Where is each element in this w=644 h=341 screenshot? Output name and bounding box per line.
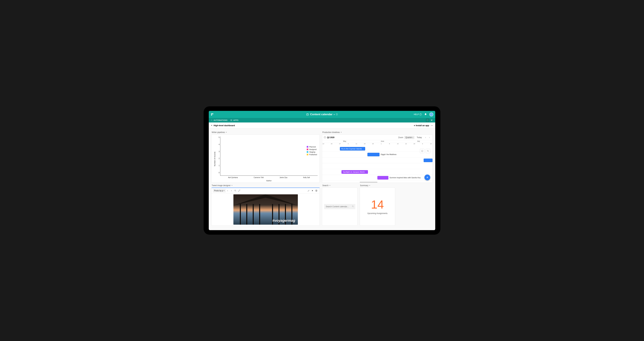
svg-point-15 (352, 206, 353, 207)
timeline-bar[interactable]: Spotlight on Jacques Martin (342, 170, 368, 174)
next-button[interactable]: › (428, 136, 431, 139)
tweet-designer-card: Posts by p ▾ ‹ › (211, 188, 320, 226)
designer-dropdown-label: Posts by p (214, 190, 223, 192)
caret-down-icon: ▾ (224, 190, 224, 191)
more-icon[interactable]: ⋯ (431, 124, 433, 127)
zoom-value: Quarter (406, 136, 412, 139)
svg-rect-0 (306, 114, 308, 115)
timeline-add-fab[interactable]: + (424, 175, 430, 180)
search-icon[interactable] (234, 189, 237, 193)
info-icon[interactable]: ⓘ (336, 113, 338, 116)
install-label: Install an app (416, 124, 429, 127)
timeline-months: MayJuneJuly (322, 140, 432, 143)
timeline-search-button[interactable] (426, 149, 430, 153)
svg-point-10 (427, 150, 428, 151)
svg-point-1 (212, 120, 212, 120)
timeline-days: 132027411182518152229613 (322, 143, 432, 146)
tweet-hashtag: #voyagermag (272, 218, 295, 223)
automations-icon (211, 119, 213, 121)
sub-nav-bar: AUTOMATIONS APPS ✕ (209, 118, 435, 123)
section-writer-pipelines[interactable]: Writer pipelines (211, 130, 320, 134)
top-bar: Content calendar ▾ ⓘ HELP ? (209, 111, 435, 118)
prev-button[interactable]: ‹ (424, 136, 427, 139)
designer-record-select[interactable]: Posts by p ▾ (213, 189, 226, 192)
section-search[interactable]: Search (322, 183, 358, 188)
timeline-scroll-indicator[interactable] (360, 182, 378, 183)
bell-icon[interactable] (424, 113, 427, 116)
section-label: Writer pipelines (212, 131, 225, 133)
automations-button[interactable]: AUTOMATIONS (211, 119, 228, 121)
timeline-range[interactable]: Q2 2020 (327, 136, 334, 139)
svg-rect-7 (232, 120, 232, 121)
summary-label: Upcoming Assignments (367, 212, 388, 214)
today-button[interactable]: Today (416, 136, 423, 139)
x-axis-labels: Ash QuintanaCameron TothJamie ZiyaKelly … (220, 176, 318, 178)
section-label: Production timelines (322, 131, 340, 133)
search-input[interactable] (324, 204, 355, 209)
y-axis-ticks: 543210 (216, 137, 220, 174)
tweet-preview-image: #voyagermag (234, 194, 298, 225)
timeline-card: Q2 2020 Zoom Quarter ▾ Today ‹ › MayJune… (322, 134, 433, 183)
help-icon: ? (420, 113, 422, 116)
timeline-bar[interactable] (424, 159, 432, 162)
expand-icon[interactable] (237, 189, 241, 193)
svg-rect-5 (232, 120, 232, 120)
plus-icon: + (414, 124, 415, 127)
apps-label: APPS (233, 119, 238, 121)
caret-down-icon (369, 185, 370, 186)
section-label: Tweet image designer (212, 184, 230, 187)
apps-icon (230, 119, 232, 121)
writer-pipelines-chart: Number of records 543210 Ash QuintanaCam… (211, 134, 320, 183)
prev-record-button[interactable]: ‹ (226, 189, 230, 193)
timeline-icon (324, 136, 326, 139)
svg-rect-8 (324, 137, 326, 138)
view-title[interactable]: High-level dashboard (214, 124, 235, 127)
svg-rect-12 (316, 190, 317, 190)
caret-down-icon[interactable]: ▾ (334, 114, 334, 115)
next-record-button[interactable]: › (230, 189, 234, 193)
print-icon[interactable] (314, 189, 318, 193)
help-button[interactable]: HELP ? (414, 113, 422, 116)
edit-icon[interactable] (307, 189, 310, 193)
timeline-info-button[interactable] (420, 149, 424, 153)
view-header: High-level dashboard + Install an app ⋯ (209, 123, 435, 129)
svg-rect-14 (316, 191, 317, 191)
chart-plot-area (220, 137, 318, 176)
caret-down-icon: ▾ (412, 137, 413, 138)
search-card (322, 188, 358, 226)
collapse-caret-icon[interactable] (211, 125, 212, 126)
timeline-bar[interactable] (378, 176, 388, 180)
section-label: Summary (360, 184, 368, 187)
caret-down-icon (226, 132, 227, 133)
svg-rect-4 (231, 120, 231, 120)
caret-down-icon (341, 132, 342, 133)
play-icon[interactable] (310, 189, 314, 193)
base-title[interactable]: Content calendar (310, 113, 332, 116)
calendar-icon (306, 113, 309, 116)
section-label: Search (322, 184, 328, 187)
section-summary[interactable]: Summary (360, 183, 395, 188)
install-app-button[interactable]: + Install an app (414, 124, 429, 127)
chart-legend: PlannedAssignedStagingPublished (307, 146, 317, 156)
search-icon (352, 205, 354, 208)
close-icon[interactable]: ✕ (430, 119, 434, 122)
summary-value: 14 (371, 199, 384, 210)
caret-down-icon (232, 185, 232, 186)
timeline-bar-label: Summer-inspired bites with Sandra Key (390, 177, 420, 179)
apps-button[interactable]: APPS (230, 119, 238, 121)
section-production-timelines[interactable]: Production timelines (322, 130, 433, 134)
app-logo-icon[interactable] (211, 113, 214, 116)
timeline-bar[interactable] (368, 153, 380, 156)
svg-point-11 (234, 190, 236, 191)
user-avatar[interactable] (430, 113, 433, 116)
section-tweet-designer[interactable]: Tweet image designer (211, 183, 320, 188)
timeline-bar-label: Diggin' the Maldives (381, 153, 396, 155)
y-axis-label: Number of records (214, 152, 216, 166)
timeline-rows[interactable]: Fly to the Cayman IslandsDiggin' the Mal… (322, 146, 432, 183)
help-label: HELP (414, 113, 419, 116)
zoom-select[interactable]: Quarter ▾ (404, 136, 414, 139)
expand-button[interactable] (426, 119, 429, 122)
svg-rect-6 (231, 120, 231, 121)
timeline-bar[interactable]: Fly to the Cayman Islands (340, 147, 365, 151)
automations-label: AUTOMATIONS (214, 119, 228, 121)
